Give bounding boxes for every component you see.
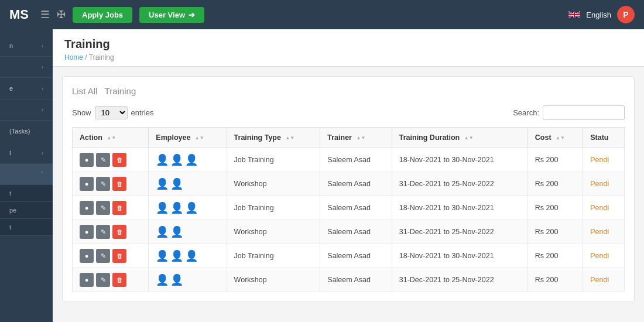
employee-avatars: 👤👤👤: [156, 201, 219, 214]
user-view-button[interactable]: User View ➔: [139, 7, 204, 23]
edit-button[interactable]: ✎: [96, 273, 110, 287]
language-label[interactable]: English: [586, 11, 611, 19]
edit-button[interactable]: ✎: [96, 153, 110, 167]
app-logo: MS: [9, 7, 29, 22]
avatar: 👤: [170, 153, 183, 166]
status-cell: Pendi: [583, 220, 625, 244]
table-row: ● ✎ 🗑 👤👤👤Job TrainingSaleem Asad18-Nov-2…: [73, 148, 625, 172]
table-section-title: List All Training: [72, 86, 625, 96]
search-label: Search:: [513, 108, 539, 117]
col-status: Statu: [583, 128, 625, 148]
chevron-right-icon: ›: [42, 107, 43, 113]
view-button[interactable]: ●: [80, 225, 94, 239]
topnav: MS ☰ ✠ Apply Jobs User View ➔ English P: [0, 0, 644, 29]
action-cell: ● ✎ 🗑: [73, 196, 149, 220]
sort-arrows-employee: ▲▼: [195, 136, 204, 141]
view-button[interactable]: ●: [80, 273, 94, 287]
edit-button[interactable]: ✎: [96, 201, 110, 215]
sidebar-sub-3[interactable]: t: [0, 219, 53, 236]
user-view-label: User View: [149, 11, 185, 19]
cost-cell: Rs 200: [527, 172, 583, 196]
status-cell: Pendi: [583, 244, 625, 268]
sort-arrows-training-type: ▲▼: [285, 136, 294, 141]
action-cell: ● ✎ 🗑: [73, 148, 149, 172]
delete-button[interactable]: 🗑: [112, 177, 126, 191]
sidebar-item-3[interactable]: e ›: [0, 78, 53, 100]
view-button[interactable]: ●: [80, 177, 94, 191]
action-cell: ● ✎ 🗑: [73, 244, 149, 268]
view-button[interactable]: ●: [80, 201, 94, 215]
action-cell: ● ✎ 🗑: [73, 172, 149, 196]
sidebar-sub-1[interactable]: t: [0, 185, 53, 202]
breadcrumb-current: Training: [89, 53, 114, 61]
action-cell: ● ✎ 🗑: [73, 268, 149, 292]
sidebar-item-6[interactable]: t ›: [0, 142, 53, 164]
user-view-arrow-icon: ➔: [189, 11, 195, 19]
avatar: 👤: [170, 273, 183, 286]
cost-cell: Rs 200: [527, 244, 583, 268]
training-type-cell: Workshop: [227, 268, 320, 292]
table-row: ● ✎ 🗑 👤👤👤Job TrainingSaleem Asad18-Nov-2…: [73, 244, 625, 268]
employee-cell: 👤👤👤: [149, 244, 227, 268]
employee-avatars: 👤👤: [156, 225, 219, 238]
table-row: ● ✎ 🗑 👤👤WorkshopSaleem Asad31-Dec-2021 t…: [73, 268, 625, 292]
duration-cell: 31-Dec-2021 to 25-Nov-2022: [392, 172, 527, 196]
sidebar-item-7[interactable]: ˅: [0, 164, 53, 185]
hamburger-icon[interactable]: ☰: [40, 8, 50, 21]
apply-jobs-button[interactable]: Apply Jobs: [73, 7, 132, 23]
delete-button[interactable]: 🗑: [112, 201, 126, 215]
status-cell: Pendi: [583, 148, 625, 172]
trainer-cell: Saleem Asad: [320, 244, 392, 268]
edit-button[interactable]: ✎: [96, 249, 110, 263]
sidebar-sub-2[interactable]: pe: [0, 202, 53, 219]
breadcrumb: Home / Training: [64, 53, 632, 61]
search-box: Search:: [513, 105, 625, 120]
sidebar: n › › e › › (Tasks) t › ˅ t pe t: [0, 29, 53, 322]
status-cell: Pendi: [583, 196, 625, 220]
action-cell: ● ✎ 🗑: [73, 220, 149, 244]
action-buttons: ● ✎ 🗑: [80, 249, 141, 263]
topnav-right: English P: [568, 6, 635, 23]
avatar: 👤: [156, 273, 169, 286]
entries-select[interactable]: 10 25 50 100: [95, 106, 128, 119]
delete-button[interactable]: 🗑: [112, 225, 126, 239]
avatar: 👤: [156, 201, 169, 214]
view-button[interactable]: ●: [80, 153, 94, 167]
flag-icon: [568, 11, 580, 19]
sidebar-item-4[interactable]: ›: [0, 100, 53, 121]
status-badge: Pendi: [590, 204, 609, 212]
col-duration: Training Duration ▲▼: [392, 128, 527, 148]
status-cell: Pendi: [583, 172, 625, 196]
avatar: 👤: [170, 225, 183, 238]
delete-button[interactable]: 🗑: [112, 273, 126, 287]
sidebar-item-1[interactable]: n ›: [0, 35, 53, 57]
avatar: 👤: [185, 249, 198, 262]
data-table: Action ▲▼ Employee ▲▼ Training Type ▲▼: [72, 127, 625, 292]
avatar: 👤: [156, 225, 169, 238]
table-row: ● ✎ 🗑 👤👤WorkshopSaleem Asad31-Dec-2021 t…: [73, 220, 625, 244]
grid-icon[interactable]: ✠: [57, 8, 66, 21]
duration-cell: 31-Dec-2021 to 25-Nov-2022: [392, 220, 527, 244]
delete-button[interactable]: 🗑: [112, 249, 126, 263]
chevron-right-icon: ›: [42, 85, 43, 92]
edit-button[interactable]: ✎: [96, 177, 110, 191]
avatar: 👤: [156, 153, 169, 166]
training-type-cell: Workshop: [227, 172, 320, 196]
col-trainer: Trainer ▲▼: [320, 128, 392, 148]
action-buttons: ● ✎ 🗑: [80, 201, 141, 215]
training-type-cell: Workshop: [227, 220, 320, 244]
sidebar-item-2[interactable]: ›: [0, 57, 53, 78]
sidebar-item-5[interactable]: (Tasks): [0, 121, 53, 142]
edit-button[interactable]: ✎: [96, 225, 110, 239]
duration-cell: 18-Nov-2021 to 30-Nov-2021: [392, 148, 527, 172]
search-input[interactable]: [543, 105, 625, 120]
chevron-right-icon: ›: [42, 43, 43, 49]
breadcrumb-home-link[interactable]: Home: [64, 53, 83, 61]
avatar: 👤: [170, 249, 183, 262]
table-header-row: Action ▲▼ Employee ▲▼ Training Type ▲▼: [73, 128, 625, 148]
sort-arrows-trainer: ▲▼: [356, 136, 365, 141]
delete-button[interactable]: 🗑: [112, 153, 126, 167]
view-button[interactable]: ●: [80, 249, 94, 263]
profile-button[interactable]: P: [617, 6, 635, 23]
page-title: Training: [64, 37, 632, 51]
